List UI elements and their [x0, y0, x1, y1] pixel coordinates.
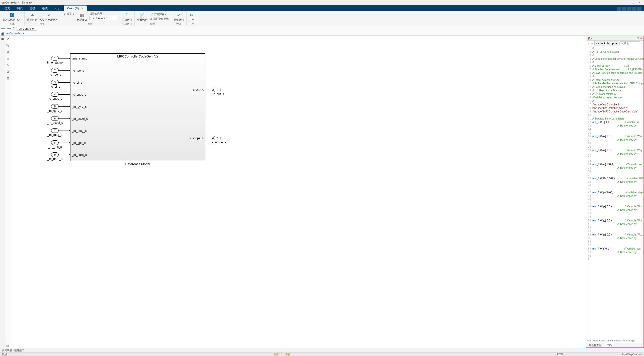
- toolstrip-tool-4[interactable]: [632, 7, 636, 11]
- nav-back-icon[interactable]: ⟸: [1, 27, 5, 30]
- code-line: 40: [586, 184, 643, 187]
- toolstrip-tool-1[interactable]: [617, 7, 621, 11]
- tab-property-inspector[interactable]: 属性检查器: [586, 343, 604, 347]
- left-collapsed-panels: 模型浏览器 引用的文件: [0, 36, 5, 348]
- expand-panel-icon[interactable]: ≫: [6, 344, 10, 348]
- view-code-button[interactable]: 📄 查看代码: [137, 12, 148, 22]
- open-report-button[interactable]: 📑打开报告▾: [150, 12, 169, 16]
- tab-cpp-code[interactable]: C++ 代码 ✕: [64, 6, 87, 11]
- inport-_m_baro_s[interactable]: 9: [51, 152, 59, 157]
- simulink-canvas[interactable]: MPCControllerCodeGen_Vz time_stamp_e_lpe…: [11, 36, 586, 348]
- tab-simulation[interactable]: 仿真: [1, 6, 14, 11]
- status-zoom[interactable]: 223%: [557, 353, 563, 356]
- outport-_c_out_s[interactable]: 1: [213, 88, 221, 92]
- code-advisor-button[interactable]: ✔ C/C++ 代码顾问: [40, 12, 59, 22]
- tab-format[interactable]: 格式: [39, 6, 51, 11]
- codegen-target-input[interactable]: [90, 16, 117, 20]
- group-label-output: 输出: [2, 22, 22, 26]
- close-icon[interactable]: ✕: [81, 7, 83, 10]
- inport-_e_lpe_s[interactable]: 2: [51, 68, 59, 73]
- window-minimize-icon[interactable]: —: [623, 1, 629, 4]
- verify-code-button[interactable]: ✔ 验证代码: [173, 12, 184, 22]
- code-line: 32: [586, 156, 643, 159]
- code-search-input[interactable]: [624, 42, 639, 45]
- code-line: 43 // Referenced by:: [586, 194, 643, 198]
- embedded-code-button[interactable]: 🅲 嵌入式代码 · C++: [2, 12, 22, 22]
- code-interface-button[interactable]: ▥ 代码接口: [76, 12, 88, 22]
- code-nav-fwd-icon[interactable]: →: [591, 42, 593, 45]
- wire-in-_e_lpe_s: [59, 70, 70, 71]
- chevron-down-icon: ▾: [73, 13, 74, 15]
- footer-mapping[interactable]: 代码映射 - 组件接口: [0, 348, 644, 352]
- inport-label-_m_mag_s: _m_mag_s: [44, 133, 66, 137]
- breadcrumb-root[interactable]: usrController: [6, 32, 21, 35]
- code-file-select[interactable]: usrController.cpp: [594, 41, 618, 45]
- code-line: 25: [586, 131, 643, 135]
- code-line: 38real_T WdT{ 0.002 }; // Variable: WdT: [586, 177, 643, 180]
- tab-modeling[interactable]: 建模: [26, 6, 39, 11]
- toolstrip-tool-3[interactable]: [627, 7, 631, 11]
- image-icon[interactable]: 🖼: [6, 70, 10, 74]
- code-line: 49: [586, 215, 643, 219]
- outport-_s_scope_s[interactable]: 2: [213, 136, 221, 140]
- inport-_m_gyro_s[interactable]: 5: [51, 104, 59, 109]
- zoom-icon[interactable]: 🔍: [6, 44, 10, 48]
- code-line: 16//: [586, 99, 643, 103]
- quick-guide-button[interactable]: ➜ 快速向导: [27, 12, 38, 22]
- fit-icon[interactable]: ⤢: [6, 37, 10, 41]
- code-line: 12// Code generation objectives:: [586, 85, 643, 89]
- group-label-share: 共享: [189, 22, 195, 26]
- code-line: 30real_T Way{ 1.0 }; // Variable: Way: [586, 149, 643, 152]
- inport-_m_accel_s[interactable]: 6: [51, 116, 59, 121]
- tab-debug[interactable]: 调试: [14, 6, 26, 11]
- generate-code-icon: 🗓: [124, 12, 130, 18]
- pan-icon[interactable]: ✥: [6, 50, 10, 54]
- tab-cpp-code-label: C++ 代码: [67, 7, 79, 10]
- chevron-right-icon: ▸: [23, 32, 24, 35]
- window-close-icon[interactable]: ✕: [636, 1, 642, 4]
- inport-_e_cf_s[interactable]: 3: [51, 80, 59, 85]
- cancel-highlight-button[interactable]: ◎取消突出显示: [150, 17, 169, 21]
- code-advisor-label: C/C++ 代码顾问: [40, 18, 58, 21]
- share-button[interactable]: ✉ 共享: [189, 12, 195, 22]
- block-port-in-_m_gps_s: _m_gps_s: [72, 141, 86, 145]
- generate-code-button[interactable]: 🗓 生成代码: [121, 12, 132, 22]
- settings-button[interactable]: ⚙设置▾: [63, 12, 74, 16]
- code-line: 15// Validation result: Not run: [586, 96, 643, 99]
- code-line: 55 // Referenced by:: [586, 236, 643, 240]
- toolstrip-tool-5[interactable]: [637, 7, 641, 11]
- tab-code[interactable]: 代码: [604, 343, 614, 347]
- panel-close-icon[interactable]: ✕: [640, 37, 642, 40]
- ribbon-group-output: 🅲 嵌入式代码 · C++ 输出: [0, 11, 25, 26]
- code-search[interactable]: 🔍: [619, 41, 640, 45]
- document-tab[interactable]: usrController: [17, 27, 37, 31]
- window-maximize-icon[interactable]: ▢: [629, 1, 636, 4]
- block-port-in-_m_accel_s: _m_accel_s: [72, 117, 88, 121]
- code-line: 58real_T Wu{ 0.1 }; // Variable: Wu: [586, 247, 643, 251]
- share-label: 共享: [189, 18, 194, 21]
- mask-icon[interactable]: ▤: [6, 76, 10, 80]
- inport-_m_mag_s[interactable]: 7: [51, 128, 59, 133]
- status-warnings[interactable]: 查看 13 个警告: [274, 353, 290, 356]
- inport-label-_m_gps_s: _m_gps_s: [44, 145, 66, 149]
- annotate-icon[interactable]: ✎: [6, 63, 10, 67]
- diagram: MPCControllerCodeGen_Vz time_stamp_e_lpe…: [11, 36, 586, 348]
- code-line: 44: [586, 198, 643, 201]
- inport-_c_subs_s[interactable]: 4: [51, 92, 59, 97]
- inport-time_stamp[interactable]: 1: [51, 56, 59, 61]
- code-panel-menu-icon[interactable]: ≡: [641, 42, 642, 45]
- inport-_m_gps_s[interactable]: 8: [51, 140, 59, 145]
- nav-up-icon[interactable]: ⤒: [13, 27, 15, 30]
- main-area: 模型浏览器 引用的文件 ⤢ 🔍 ✥ ▭ ✎ 🖼 ▤ ≫ MPCControlle…: [0, 36, 644, 348]
- panel-restore-icon[interactable]: ❐: [637, 37, 639, 40]
- nav-fwd-icon[interactable]: ⟹: [7, 27, 11, 30]
- select-icon[interactable]: ▭: [6, 57, 10, 61]
- reference-model-block[interactable]: MPCControllerCodeGen_Vz time_stamp_e_lpe…: [70, 53, 205, 161]
- code-body[interactable]: 1//2// File: usrController.cpp3//4// Cod…: [586, 46, 643, 339]
- generate-code-label: 生成代码: [122, 18, 132, 21]
- code-nav-back-icon[interactable]: ←: [587, 42, 590, 45]
- group-label-generate: 生成代码: [121, 22, 132, 26]
- tab-app[interactable]: APP: [51, 6, 64, 11]
- canvas-toolbar: ⤢ 🔍 ✥ ▭ ✎ 🖼 ▤ ≫: [5, 36, 11, 348]
- toolstrip-tool-2[interactable]: [622, 7, 626, 11]
